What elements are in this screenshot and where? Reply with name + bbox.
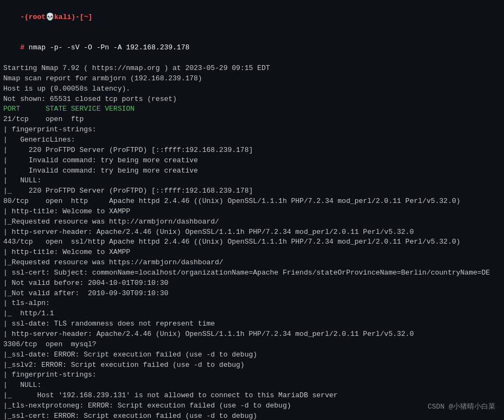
output-line-19: | http-title: Welcome to XAMPP: [3, 247, 501, 258]
output-line-31: | fingerprint-strings:: [3, 370, 501, 380]
output-line-2: Nmap scan report for armbjorn (192.168.2…: [3, 74, 501, 84]
output-line-10: | Invalid command: try being more creati…: [3, 156, 501, 166]
output-line-4: Not shown: 65531 closed tcp ports (reset…: [3, 94, 501, 105]
output-line-29: |_ssl-date: ERROR: Script execution fail…: [3, 350, 501, 360]
output-line-7: | fingerprint-strings:: [3, 125, 501, 135]
output-line-23: |_Not valid after: 2010-09-30T09:10:30: [3, 289, 501, 299]
output-line-15: | http-title: Welcome to XAMPP: [3, 207, 501, 217]
output-line-18: 443/tcp open ssl/http Apache httpd 2.4.4…: [3, 237, 501, 247]
output-line-9: | 220 ProFTPD Server (ProFTPD) [::ffff:1…: [3, 145, 501, 156]
terminal-window: -(root💀kali)-[~] # nmap -p- -sV -O -Pn -…: [0, 0, 504, 420]
output-line-11: | Invalid command: try being more creati…: [3, 166, 501, 176]
output-line-33: |_ Host '192.168.239.131' is not allowed…: [3, 391, 501, 401]
output-line-30: |_sslv2: ERROR: Script execution failed …: [3, 360, 501, 371]
prompt-line: -(root💀kali)-[~]: [3, 2, 501, 33]
output-line-1: Starting Nmap 7.92 ( https://nmap.org ) …: [3, 63, 501, 74]
output-line-34: |_tls-nextprotoneg: ERROR: Script execut…: [3, 401, 501, 411]
output-line-20: |_Requested resource was https://armbjor…: [3, 258, 501, 268]
output-line-3: Host is up (0.00058s latency).: [3, 84, 501, 94]
output-line-26: | ssl-date: TLS randomness does not repr…: [3, 319, 501, 329]
output-line-21: | ssl-cert: Subject: commonName=localhos…: [3, 268, 501, 278]
output-line-12: | NULL:: [3, 176, 501, 186]
watermark: CSDN @小猪晴小白菜: [428, 402, 495, 411]
output-line-14: 80/tcp open http Apache httpd 2.4.46 ((U…: [3, 196, 501, 207]
prompt-hash: #: [20, 43, 29, 52]
output-line-35: |_ssl-cert: ERROR: Script execution fail…: [3, 411, 501, 420]
output-line-32: | NULL:: [3, 380, 501, 391]
output-line-17: | http-server-header: Apache/2.4.46 (Uni…: [3, 227, 501, 238]
output-line-28: 3306/tcp open mysql?: [3, 340, 501, 350]
output-line-8: | GenericLines:: [3, 135, 501, 145]
output-line-16: |_Requested resource was http://armbjorn…: [3, 217, 501, 227]
command-line: # nmap -p- -sV -O -Pn -A 192.168.239.178: [3, 33, 501, 64]
output-line-24: | tls-alpn:: [3, 298, 501, 309]
output-line-25: |_ http/1.1: [3, 309, 501, 319]
output-line-27: | http-server-header: Apache/2.4.46 (Uni…: [3, 329, 501, 340]
output-line-6: 21/tcp open ftp: [3, 114, 501, 125]
command-text: nmap -p- -sV -O -Pn -A 192.168.239.178: [29, 43, 189, 52]
prompt-user: -(root💀kali)-[~]: [20, 13, 92, 21]
output-line-5: PORT STATE SERVICE VERSION: [3, 104, 501, 114]
output-line-22: | Not valid before: 2004-10-01T09:10:30: [3, 278, 501, 289]
output-line-13: |_ 220 ProFTPD Server (ProFTPD) [::ffff:…: [3, 186, 501, 196]
